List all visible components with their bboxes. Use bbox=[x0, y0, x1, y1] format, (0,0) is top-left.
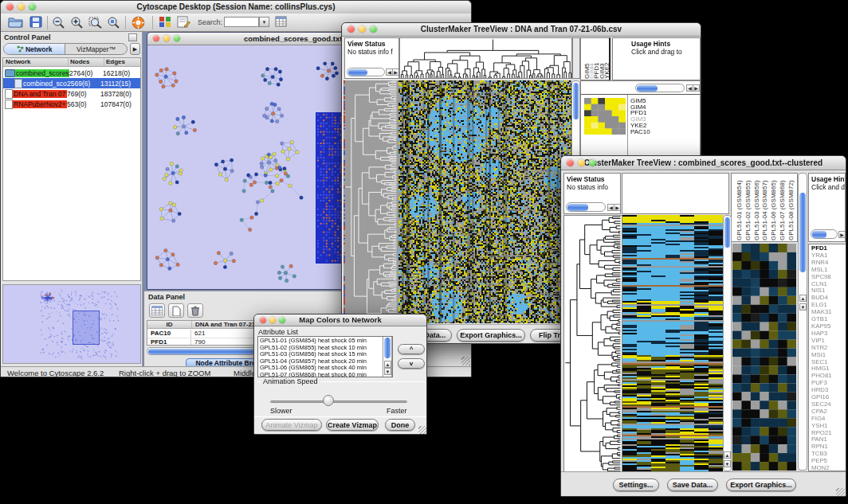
vizmapper-icon[interactable] bbox=[159, 16, 171, 31]
column-label[interactable]: GPL51-07 (GSM868) bbox=[779, 180, 786, 240]
zoom-fit-icon[interactable] bbox=[88, 16, 104, 32]
heatmap-vscrollbar[interactable]: ▲ ▼ bbox=[723, 215, 732, 471]
column-label[interactable]: GPL51-08 (GSM872) bbox=[788, 180, 795, 240]
window-controls[interactable] bbox=[6, 3, 36, 10]
gene-label[interactable]: PAC10 bbox=[630, 129, 650, 135]
gene-label[interactable]: MON2 bbox=[811, 465, 846, 471]
attribute-listbox[interactable]: GPL51-01 (GSM854) heat shock 05 minGPL51… bbox=[257, 336, 393, 377]
heatmap-canvas[interactable] bbox=[622, 215, 723, 471]
summary-hscrollbar[interactable] bbox=[635, 84, 685, 92]
delete-attribute-trash-icon[interactable] bbox=[187, 303, 203, 318]
float-panel-icon[interactable] bbox=[128, 33, 137, 41]
zoom-selected-icon[interactable] bbox=[107, 16, 120, 32]
minimize-icon[interactable] bbox=[163, 35, 170, 41]
animation-slider-track[interactable] bbox=[270, 400, 407, 403]
column-label[interactable]: GPL51-01 (GSM854) bbox=[736, 180, 743, 240]
col-id[interactable]: ID bbox=[147, 321, 192, 328]
dialog-titlebar[interactable]: Map Colors to Network bbox=[254, 315, 426, 326]
scroll-right-icon[interactable]: ▶ bbox=[614, 204, 621, 211]
column-label[interactable]: GPL51-06 (GSM865) bbox=[771, 180, 777, 240]
help-lifesaver-icon[interactable] bbox=[132, 16, 145, 33]
minimize-icon[interactable] bbox=[578, 159, 585, 166]
col-network[interactable]: Network bbox=[3, 58, 69, 66]
close-icon[interactable] bbox=[153, 35, 159, 41]
scrollbar-thumb[interactable] bbox=[567, 204, 588, 211]
usage-hscrollbar[interactable] bbox=[811, 229, 838, 239]
view-status-hscrollbar[interactable] bbox=[347, 68, 385, 76]
list-vscrollbar[interactable]: ▲ ▼ bbox=[383, 337, 392, 377]
animation-slider-thumb[interactable] bbox=[323, 395, 334, 406]
network-tree-row[interactable]: DNA and Tran 07769(0)183728(0) bbox=[3, 88, 140, 99]
tab-network[interactable]: Network bbox=[4, 44, 65, 54]
col-edges[interactable]: Edges bbox=[104, 58, 140, 66]
close-icon[interactable] bbox=[567, 159, 574, 166]
settings-button[interactable]: Settings... bbox=[613, 479, 659, 491]
annotation-icon[interactable] bbox=[177, 16, 190, 31]
treeview-combined-titlebar[interactable]: ClusterMaker TreeView : combined_scores_… bbox=[561, 156, 846, 170]
network-tree-row[interactable]: RNAPuberNov2+563(0)107847(0) bbox=[3, 99, 140, 109]
save-session-icon[interactable] bbox=[29, 16, 42, 31]
network-overview-canvas[interactable] bbox=[3, 285, 140, 363]
scroll-up-icon[interactable]: ▲ bbox=[799, 295, 807, 302]
scrollbar-thumb[interactable] bbox=[799, 193, 806, 272]
row-dendrogram-canvas[interactable] bbox=[344, 80, 398, 323]
window-controls[interactable] bbox=[153, 35, 180, 41]
create-vizmap-button[interactable]: Create Vizmap bbox=[326, 419, 379, 431]
column-label[interactable]: PAC10 bbox=[609, 59, 610, 79]
column-scroll-strip[interactable] bbox=[572, 37, 580, 79]
attribute-list-item[interactable]: GPL51-07 (GSM868) heat shock 60 min bbox=[260, 372, 391, 377]
column-label[interactable]: GPL51-03 (GSM856) bbox=[754, 180, 760, 240]
search-combo-arrow-icon[interactable]: ▼ bbox=[259, 17, 269, 27]
window-controls[interactable] bbox=[567, 159, 596, 166]
resize-grip[interactable] bbox=[836, 488, 845, 497]
tab-vizmapper[interactable]: VizMapper™ bbox=[65, 44, 127, 54]
resize-grip[interactable] bbox=[418, 426, 427, 435]
close-icon[interactable] bbox=[260, 317, 266, 323]
main-titlebar[interactable]: Cytoscape Desktop (Session Name: collins… bbox=[1, 1, 471, 14]
scrollbar-thumb[interactable] bbox=[812, 231, 826, 238]
close-icon[interactable] bbox=[347, 25, 355, 33]
new-attribute-icon[interactable] bbox=[168, 303, 184, 318]
data-panel-hscrollbar[interactable] bbox=[147, 347, 266, 355]
zoom-in-icon[interactable] bbox=[70, 16, 84, 32]
treeview-dna-titlebar[interactable]: ClusterMaker TreeView : DNA and Tran 07-… bbox=[342, 23, 701, 37]
network-table-icon[interactable] bbox=[275, 16, 289, 31]
column-label[interactable]: GPL51-04 (GSM857) bbox=[762, 180, 768, 240]
scrollbar-thumb[interactable] bbox=[724, 217, 730, 248]
zoom-window-icon[interactable] bbox=[370, 25, 377, 33]
network-tree-row[interactable]: combined_sco2569(6)13112(15) bbox=[3, 78, 140, 88]
col-nodes[interactable]: Nodes bbox=[69, 58, 104, 66]
move-down-button[interactable]: v bbox=[398, 358, 425, 369]
network-tree-row[interactable]: combined_scores2764(0)16218(0) bbox=[3, 68, 140, 78]
window-controls[interactable] bbox=[260, 317, 285, 323]
zoom-window-icon[interactable] bbox=[29, 3, 36, 10]
column-label[interactable]: GPL51-02 (GSM855) bbox=[745, 180, 752, 240]
zoom-out-icon[interactable] bbox=[52, 16, 65, 32]
scrollbar-thumb[interactable] bbox=[384, 338, 391, 358]
column-dendrogram-canvas[interactable] bbox=[400, 38, 571, 78]
done-button[interactable]: Done bbox=[385, 419, 415, 431]
export-graphics-button[interactable]: Export Graphics... bbox=[726, 479, 796, 491]
export-graphics-button[interactable]: Export Graphics... bbox=[457, 329, 525, 342]
zoom-window-icon[interactable] bbox=[279, 317, 285, 323]
view-status-hscrollbar[interactable] bbox=[566, 202, 606, 212]
window-controls[interactable] bbox=[347, 25, 377, 33]
scroll-right-icon[interactable]: ▶ bbox=[838, 231, 846, 238]
resize-grip[interactable] bbox=[461, 357, 470, 365]
row-dendrogram-canvas[interactable] bbox=[563, 215, 622, 473]
minimize-icon[interactable] bbox=[359, 25, 366, 33]
attribute-table-icon[interactable] bbox=[149, 303, 165, 318]
tab-overflow-icon[interactable]: ▶ bbox=[130, 43, 140, 55]
scroll-right-icon[interactable]: ▶ bbox=[392, 68, 399, 76]
column-label[interactable]: YKE2 bbox=[604, 63, 610, 79]
save-data-button[interactable]: Save Data... bbox=[667, 479, 718, 491]
zoom-window-icon[interactable] bbox=[589, 159, 596, 166]
scroll-down-icon[interactable]: ▼ bbox=[384, 368, 391, 375]
zoom-window-icon[interactable] bbox=[174, 35, 180, 41]
scrollbar-thumb[interactable] bbox=[637, 85, 658, 92]
move-up-button[interactable]: ^ bbox=[398, 344, 425, 354]
heatmap-canvas[interactable] bbox=[398, 80, 571, 323]
scrollbar-thumb[interactable] bbox=[148, 349, 258, 354]
animate-vizmap-button[interactable]: Animate Vizmap bbox=[261, 419, 322, 431]
scroll-up-icon[interactable]: ▲ bbox=[384, 361, 391, 368]
